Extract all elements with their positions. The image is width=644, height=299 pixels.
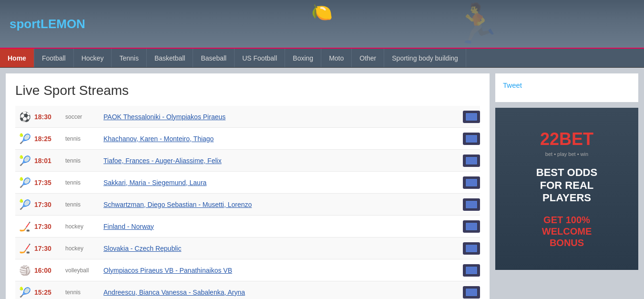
stream-time: 18:30 <box>34 113 65 121</box>
nav-boxing[interactable]: Boxing <box>285 49 321 67</box>
bet-bonus: GET 100%WELCOMEBONUS <box>542 214 592 248</box>
nav-sporting-body-building[interactable]: Sporting body building <box>384 49 466 67</box>
stream-sport: volleyball <box>65 267 103 274</box>
tennis-icon: 🎾 <box>15 133 34 144</box>
stream-sport: hockey <box>65 223 103 230</box>
stream-name[interactable]: Slovakia - Czech Republic <box>103 245 463 252</box>
nav-home[interactable]: Home <box>0 49 34 67</box>
main-layout: Live Sport Streams ⚽ 18:30 soccer PAOK T… <box>0 68 644 299</box>
nav-moto[interactable]: Moto <box>321 49 352 67</box>
stream-row: 🏐 16:00 volleyball Olympiacos Piraeus VB… <box>15 259 480 281</box>
stream-name[interactable]: Andreescu, Bianca Vanessa - Sabalenka, A… <box>103 289 463 296</box>
stream-sport: tennis <box>65 289 103 296</box>
stream-name[interactable]: Sakkari, Maria - Siegemund, Laura <box>103 179 463 186</box>
bet-logo-text: BET <box>559 129 593 149</box>
logo-highlight: LEMON <box>41 17 85 31</box>
stream-time: 17:30 <box>34 223 65 230</box>
bet-logo: 22BET <box>540 129 593 149</box>
logo-plain: sport <box>10 17 41 31</box>
watch-button[interactable] <box>463 111 480 123</box>
nav-tennis[interactable]: Tennis <box>112 49 146 67</box>
stream-row: 🏒 17:30 hockey Slovakia - Czech Republic <box>15 237 480 259</box>
stream-sport: tennis <box>65 201 103 208</box>
ad-banner[interactable]: 22BET bet • play bet • win BEST ODDSFOR … <box>495 108 638 270</box>
bet-logo-number: 22 <box>540 129 559 149</box>
bet-headline: BEST ODDSFOR REALPLAYERS <box>536 166 597 204</box>
hockey-icon: 🏒 <box>15 243 34 254</box>
stream-row: 🎾 15:25 tennis Andreescu, Bianca Vanessa… <box>15 281 480 299</box>
nav-hockey[interactable]: Hockey <box>74 49 112 67</box>
header: sportLEMON 🍋 🏃 <box>0 0 644 48</box>
stream-row: 🎾 17:35 tennis Sakkari, Maria - Siegemun… <box>15 172 480 194</box>
nav-baseball[interactable]: Baseball <box>193 49 235 67</box>
soccer-icon: ⚽ <box>15 111 34 123</box>
watch-button[interactable] <box>463 176 480 189</box>
stream-row: 🎾 18:25 tennis Khachanov, Karen - Montei… <box>15 128 480 150</box>
stream-name[interactable]: Finland - Norway <box>103 223 463 230</box>
watch-button[interactable] <box>463 198 480 211</box>
nav-other[interactable]: Other <box>352 49 384 67</box>
stream-sport: tennis <box>65 179 103 186</box>
hockey-icon: 🏒 <box>15 221 34 232</box>
site-logo[interactable]: sportLEMON <box>10 17 85 31</box>
stream-sport: hockey <box>65 245 103 252</box>
stream-time: 15:25 <box>34 289 65 296</box>
stream-name[interactable]: PAOK Thessaloniki - Olympiakos Piraeus <box>103 113 463 121</box>
tennis-icon: 🎾 <box>15 287 34 298</box>
stream-time: 16:00 <box>34 267 65 274</box>
watch-button[interactable] <box>463 220 480 233</box>
lemon-icon: 🍋 <box>311 2 333 22</box>
tennis-icon: 🎾 <box>15 155 34 166</box>
stream-time: 18:01 <box>34 157 65 165</box>
nav-us-football[interactable]: US Football <box>235 49 285 67</box>
stream-name[interactable]: Olympiacos Piraeus VB - Panathinaikos VB <box>103 267 463 274</box>
bg-figure: 🏃 <box>406 0 549 48</box>
navigation: Home Football Hockey Tennis Basketball B… <box>0 48 644 68</box>
tennis-icon: 🎾 <box>15 177 34 188</box>
stream-time: 17:30 <box>34 201 65 208</box>
page-title: Live Sport Streams <box>15 83 480 98</box>
watch-button[interactable] <box>463 264 480 277</box>
tennis-icon: 🎾 <box>15 199 34 210</box>
stream-time: 18:25 <box>34 135 65 143</box>
watch-button[interactable] <box>463 155 480 167</box>
stream-sport: soccer <box>65 113 103 120</box>
sidebar: Tweet 22BET bet • play bet • win BEST OD… <box>495 73 638 270</box>
stream-row: 🏒 17:30 hockey Finland - Norway <box>15 216 480 237</box>
nav-basketball[interactable]: Basketball <box>147 49 194 67</box>
stream-row: 🎾 18:01 tennis Tiafoe, Frances - Auger-A… <box>15 150 480 172</box>
stream-name[interactable]: Schwartzman, Diego Sebastian - Musetti, … <box>103 201 463 208</box>
content-area: Live Sport Streams ⚽ 18:30 soccer PAOK T… <box>6 73 490 299</box>
stream-sport: tennis <box>65 135 103 142</box>
bet-tagline: bet • play bet • win <box>545 151 588 157</box>
nav-football[interactable]: Football <box>34 49 74 67</box>
watch-button[interactable] <box>463 242 480 255</box>
stream-time: 17:30 <box>34 245 65 252</box>
volleyball-icon: 🏐 <box>15 265 34 276</box>
stream-row: ⚽ 18:30 soccer PAOK Thessaloniki - Olymp… <box>15 106 480 128</box>
tweet-link[interactable]: Tweet <box>503 81 522 89</box>
stream-name[interactable]: Tiafoe, Frances - Auger-Aliassime, Felix <box>103 157 463 165</box>
stream-row: 🎾 17:30 tennis Schwartzman, Diego Sebast… <box>15 194 480 216</box>
stream-time: 17:35 <box>34 179 65 186</box>
watch-button[interactable] <box>463 133 480 145</box>
stream-name[interactable]: Khachanov, Karen - Monteiro, Thiago <box>103 135 463 143</box>
watch-button[interactable] <box>463 286 480 299</box>
tweet-box: Tweet <box>495 73 638 102</box>
stream-sport: tennis <box>65 157 103 164</box>
